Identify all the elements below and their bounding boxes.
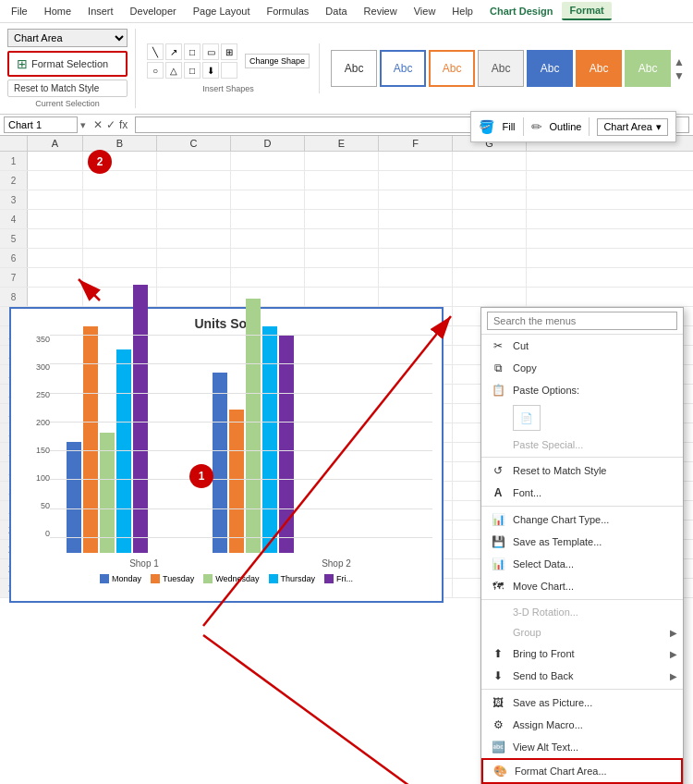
name-box-input[interactable] [4, 116, 78, 133]
menu-format-chart-area[interactable]: 🎨 Format Chart Area... [481, 758, 683, 784]
name-box-dropdown[interactable]: ▾ [80, 119, 86, 131]
insert-function-icon[interactable]: fx [119, 118, 128, 131]
cell-f1[interactable] [379, 152, 453, 170]
menu-reset-match[interactable]: ↺ Reset to Match Style [481, 459, 683, 482]
menu-insert[interactable]: Insert [80, 3, 121, 19]
menu-file[interactable]: File [4, 3, 35, 19]
copy-label: Copy [513, 362, 537, 374]
menu-font[interactable]: A Font... [481, 482, 683, 504]
send-back-arrow-icon: ▶ [670, 671, 677, 681]
chart-area-dropdown[interactable]: Chart Area [7, 29, 128, 47]
rounded-rect-icon[interactable]: ▭ [202, 43, 219, 60]
menu-page-layout[interactable]: Page Layout [186, 3, 258, 19]
reset-to-match-button[interactable]: Reset to Match Style [7, 80, 128, 97]
paste-special-label: Paste Special... [513, 439, 583, 450]
menu-view-alt-text[interactable]: 🔤 View Alt Text... [481, 736, 683, 758]
change-chart-label: Change Chart Type... [513, 514, 609, 525]
legend-color-tuesday [151, 574, 160, 583]
col-f[interactable]: F [379, 136, 453, 151]
menu-copy[interactable]: ⧉ Copy [481, 357, 683, 379]
group-arrow-icon: ▶ [670, 628, 677, 638]
line-icon[interactable]: ╲ [147, 43, 164, 60]
rect-icon[interactable]: □ [184, 43, 201, 60]
cell-d1[interactable] [231, 152, 305, 170]
divider-3 [481, 599, 683, 600]
annotation-circle-1: 1 [189, 464, 213, 488]
paste-special-row: 📄 [481, 401, 683, 435]
menu-assign-macro[interactable]: ⚙ Assign Macro... [481, 714, 683, 736]
menu-data[interactable]: Data [318, 3, 354, 19]
swatch-1[interactable]: Abc [331, 50, 377, 87]
table-row: 3 [0, 190, 693, 210]
callout-icon[interactable]: □ [184, 62, 201, 79]
cell-e1[interactable] [305, 152, 379, 170]
menu-bring-front[interactable]: ⬆ Bring to Front ▶ [481, 643, 683, 665]
legend-thursday: Thursday [269, 574, 316, 583]
swatch-up-arrow[interactable]: ▲ [674, 55, 685, 68]
menu-save-picture[interactable]: 🖼 Save as Picture... [481, 692, 683, 714]
menu-save-template[interactable]: 💾 Save as Template... [481, 531, 683, 553]
cut-icon: ✂ [491, 339, 505, 352]
menu-view[interactable]: View [407, 3, 444, 19]
cell-c1[interactable] [157, 152, 231, 170]
menu-paste-special: Paste Special... [481, 435, 683, 455]
change-shape-button[interactable]: Change Shape [245, 54, 310, 68]
col-a[interactable]: A [28, 136, 83, 151]
bar-mon-2 [213, 373, 227, 553]
menu-help[interactable]: Help [444, 3, 480, 19]
more-shapes-icon[interactable]: ⊞ [221, 43, 237, 60]
format-chart-icon: 🎨 [492, 765, 507, 778]
divider-4 [481, 689, 683, 690]
legend-monday: Monday [100, 574, 141, 583]
swatch-down-arrow[interactable]: ▼ [674, 69, 685, 82]
menu-paste-options[interactable]: 📋 Paste Options: [481, 379, 683, 401]
oval-icon[interactable]: ○ [147, 62, 164, 79]
search-box [481, 308, 683, 335]
col-c[interactable]: C [157, 136, 231, 151]
menu-developer[interactable]: Developer [123, 3, 184, 19]
save-template-icon: 💾 [491, 535, 505, 548]
swatch-3[interactable]: Abc [429, 50, 475, 87]
paste-icon-button[interactable]: 📄 [513, 405, 541, 431]
menu-move-chart[interactable]: 🗺 Move Chart... [481, 575, 683, 597]
col-b[interactable]: B [83, 136, 157, 151]
cell-g1[interactable] [453, 152, 527, 170]
menu-format[interactable]: Format [562, 2, 611, 20]
menu-chart-design[interactable]: Chart Design [482, 3, 560, 19]
legend-label-thursday: Thursday [281, 574, 316, 583]
chart-area-mini-dropdown[interactable]: Chart Area ▾ [597, 118, 668, 136]
fill-bucket-icon[interactable]: 🪣 [479, 119, 494, 134]
assign-macro-icon: ⚙ [491, 718, 505, 731]
group-label: Group [513, 627, 541, 638]
select-data-label: Select Data... [513, 558, 574, 570]
swatch-2[interactable]: Abc [380, 50, 426, 87]
menu-cut[interactable]: ✂ Cut [481, 335, 683, 357]
menu-send-back[interactable]: ⬇ Send to Back ▶ [481, 665, 683, 687]
bring-front-icon: ⬆ [491, 647, 505, 660]
col-e[interactable]: E [305, 136, 379, 151]
format-selection-button[interactable]: ⊞ Format Selection [7, 51, 128, 77]
chart-area[interactable]: Units Sold 350 300 250 200 150 100 50 0 [9, 307, 444, 603]
down-arrow-shape-icon[interactable]: ⬇ [202, 62, 219, 79]
swatch-4[interactable]: Abc [478, 50, 524, 87]
search-menus-input[interactable] [487, 312, 677, 330]
insert-shapes-label: Insert Shapes [147, 84, 310, 93]
col-d[interactable]: D [231, 136, 305, 151]
shape10-icon[interactable] [221, 62, 237, 79]
menu-change-chart-type[interactable]: 📊 Change Chart Type... [481, 508, 683, 531]
menu-formulas[interactable]: Formulas [260, 3, 317, 19]
confirm-formula-icon[interactable]: ✓ [106, 118, 116, 131]
arrow-icon[interactable]: ↗ [165, 43, 182, 60]
legend-color-wednesday [203, 574, 213, 583]
tri-icon[interactable]: △ [165, 62, 182, 79]
swatch-7[interactable]: Abc [625, 50, 671, 87]
menu-home[interactable]: Home [37, 3, 79, 19]
swatch-5[interactable]: Abc [527, 50, 573, 87]
menu-review[interactable]: Review [357, 3, 405, 19]
outline-pen-icon[interactable]: ✏ [531, 119, 542, 134]
cell-a1[interactable] [28, 152, 83, 170]
cancel-formula-icon[interactable]: ✕ [93, 118, 103, 131]
bar-mon-1 [67, 442, 81, 553]
menu-select-data[interactable]: 📊 Select Data... [481, 553, 683, 575]
swatch-6[interactable]: Abc [576, 50, 622, 87]
